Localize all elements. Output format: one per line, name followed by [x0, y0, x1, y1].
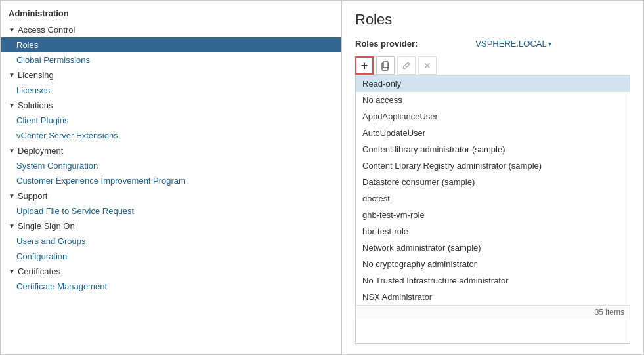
- roles-list-container[interactable]: Read-onlyNo accessAppdApplianceUserAutoU…: [355, 75, 630, 344]
- roles-provider-row: Roles provider: VSPHERE.LOCAL ▾: [355, 39, 630, 49]
- sidebar: Administration ▼ Access Control Roles Gl…: [1, 1, 342, 354]
- delete-role-button[interactable]: ✕: [418, 56, 437, 75]
- sidebar-section-label: Single Sign On: [18, 221, 75, 231]
- roles-list-item[interactable]: AppdApplianceUser: [356, 108, 630, 125]
- chevron-icon: ▼: [9, 102, 15, 109]
- add-role-button[interactable]: +: [355, 56, 374, 75]
- sidebar-item-ceip[interactable]: Customer Experience Improvement Program: [1, 173, 341, 188]
- sidebar-section-label: Deployment: [18, 146, 63, 156]
- roles-list-item[interactable]: Content library administrator (sample): [356, 141, 630, 157]
- edit-icon: [402, 61, 411, 70]
- roles-list-item[interactable]: Read-only: [356, 75, 630, 92]
- page-title: Roles: [355, 11, 630, 28]
- chevron-icon: ▼: [9, 192, 15, 199]
- sidebar-section-support[interactable]: ▼ Support: [1, 188, 341, 203]
- items-count: 35 items: [356, 305, 630, 319]
- chevron-icon: ▼: [9, 222, 15, 230]
- roles-list-item[interactable]: No access: [356, 92, 630, 108]
- sidebar-section-sso[interactable]: ▼ Single Sign On: [1, 219, 341, 234]
- sidebar-item-upload-file[interactable]: Upload File to Service Request: [1, 203, 341, 219]
- roles-list: Read-onlyNo accessAppdApplianceUserAutoU…: [356, 75, 630, 305]
- edit-role-button[interactable]: [397, 56, 416, 75]
- main-content: Roles Roles provider: VSPHERE.LOCAL ▾ +: [342, 1, 643, 354]
- roles-provider-text: VSPHERE.LOCAL: [475, 39, 546, 49]
- roles-list-item[interactable]: No cryptography administrator: [356, 256, 630, 272]
- roles-provider-label: Roles provider:: [355, 39, 418, 49]
- sidebar-section-label: Support: [18, 191, 48, 201]
- toolbar: + ✕: [355, 56, 630, 75]
- sidebar-item-client-plugins[interactable]: Client Plugins: [1, 113, 341, 128]
- clone-icon: [380, 60, 391, 71]
- sidebar-section-deployment[interactable]: ▼ Deployment: [1, 143, 341, 158]
- sidebar-item-users-groups[interactable]: Users and Groups: [1, 234, 341, 249]
- roles-list-item[interactable]: hbr-test-role: [356, 223, 630, 240]
- chevron-icon: ▼: [9, 268, 15, 275]
- roles-list-item[interactable]: AutoUpdateUser: [356, 125, 630, 141]
- chevron-icon: ▼: [9, 147, 15, 154]
- svg-rect-1: [383, 62, 388, 68]
- sidebar-item-roles[interactable]: Roles: [1, 37, 341, 52]
- sidebar-item-cert-management[interactable]: Certificate Management: [1, 279, 341, 294]
- sidebar-section-label: Licensing: [18, 70, 54, 80]
- sidebar-section-label: Solutions: [18, 100, 53, 110]
- sidebar-section-access-control[interactable]: ▼ Access Control: [1, 22, 341, 37]
- roles-list-item[interactable]: Datastore consumer (sample): [356, 174, 630, 190]
- sidebar-item-vcenter-extensions[interactable]: vCenter Server Extensions: [1, 128, 341, 143]
- clone-role-button[interactable]: [376, 56, 395, 75]
- sidebar-section-licensing[interactable]: ▼ Licensing: [1, 68, 341, 83]
- sidebar-section-label: Access Control: [18, 25, 75, 35]
- sidebar-item-system-config[interactable]: System Configuration: [1, 158, 341, 173]
- roles-list-item[interactable]: NSX Administrator: [356, 289, 630, 305]
- sidebar-item-sso-config[interactable]: Configuration: [1, 249, 341, 264]
- roles-list-item[interactable]: Content Library Registry administrator (…: [356, 157, 630, 174]
- roles-list-item[interactable]: Network administrator (sample): [356, 240, 630, 256]
- sidebar-section-solutions[interactable]: ▼ Solutions: [1, 98, 341, 113]
- chevron-icon: ▼: [9, 72, 15, 79]
- roles-list-item[interactable]: doctest: [356, 190, 630, 207]
- roles-provider-dropdown[interactable]: VSPHERE.LOCAL ▾: [475, 39, 551, 49]
- sidebar-item-global-permissions[interactable]: Global Permissions: [1, 52, 341, 68]
- chevron-down-icon: ▾: [548, 40, 551, 47]
- sidebar-title: Administration: [1, 6, 341, 22]
- roles-list-item[interactable]: No Trusted Infrastructure administrator: [356, 272, 630, 289]
- sidebar-section-certificates[interactable]: ▼ Certificates: [1, 264, 341, 279]
- sidebar-item-licenses[interactable]: Licenses: [1, 83, 341, 98]
- chevron-icon: ▼: [9, 26, 15, 33]
- roles-list-item[interactable]: ghb-test-vm-role: [356, 207, 630, 223]
- sidebar-section-label: Certificates: [18, 266, 60, 276]
